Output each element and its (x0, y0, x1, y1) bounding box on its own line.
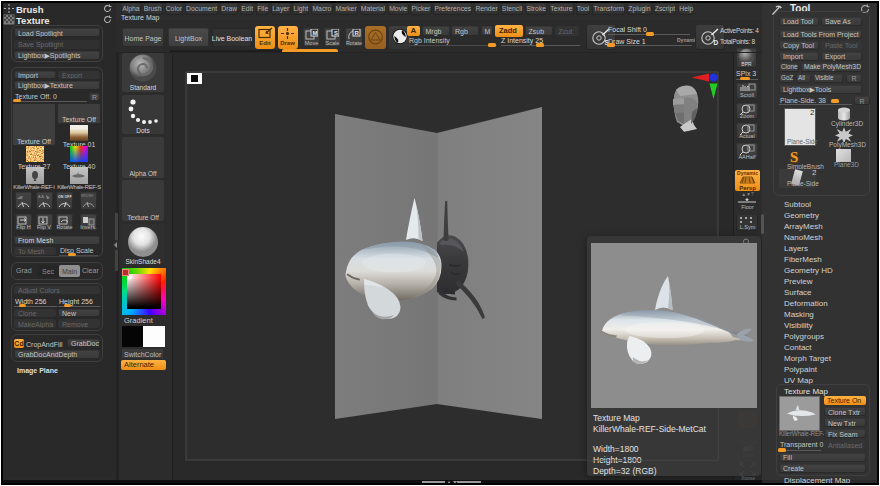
svg-text:M: M (313, 30, 318, 36)
svg-text:S: S (334, 30, 338, 36)
svg-text:ON OFF: ON OFF (58, 195, 72, 199)
svg-text:R: R (355, 30, 360, 36)
svg-text:A A: A A (38, 194, 44, 199)
svg-text:BRUSH: BRUSH (81, 194, 93, 198)
svg-text:D: D (714, 39, 719, 46)
